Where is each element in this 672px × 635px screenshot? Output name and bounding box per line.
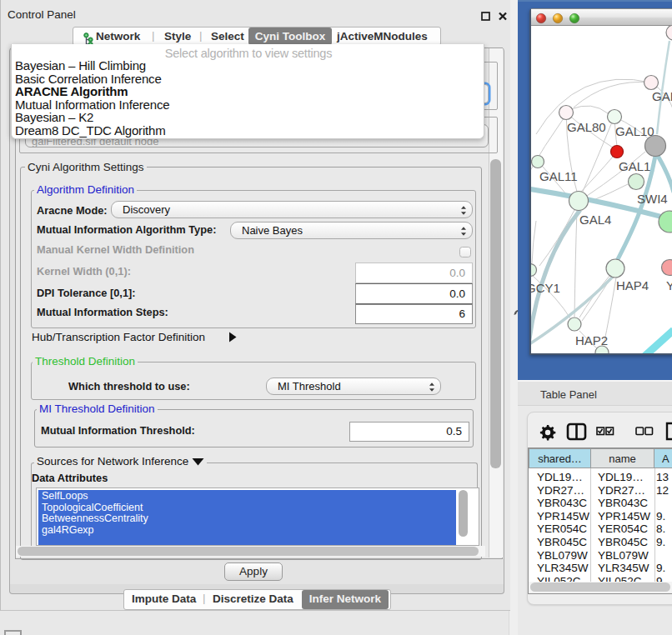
svg-text:GAL10: GAL10 <box>615 124 654 138</box>
svg-text:GAL11: GAL11 <box>539 169 578 183</box>
svg-text:SWI4: SWI4 <box>637 192 668 206</box>
svg-text:HAP2: HAP2 <box>575 333 608 348</box>
svg-text:Y: Y <box>666 278 672 292</box>
svg-text:GCY1: GCY1 <box>531 281 560 295</box>
svg-text:GAL80: GAL80 <box>567 120 606 134</box>
svg-text:GAL7: GAL7 <box>652 89 672 103</box>
svg-text:HAP4: HAP4 <box>616 278 649 292</box>
svg-text:GAL1: GAL1 <box>619 159 650 173</box>
svg-text:GAL4: GAL4 <box>579 212 611 227</box>
